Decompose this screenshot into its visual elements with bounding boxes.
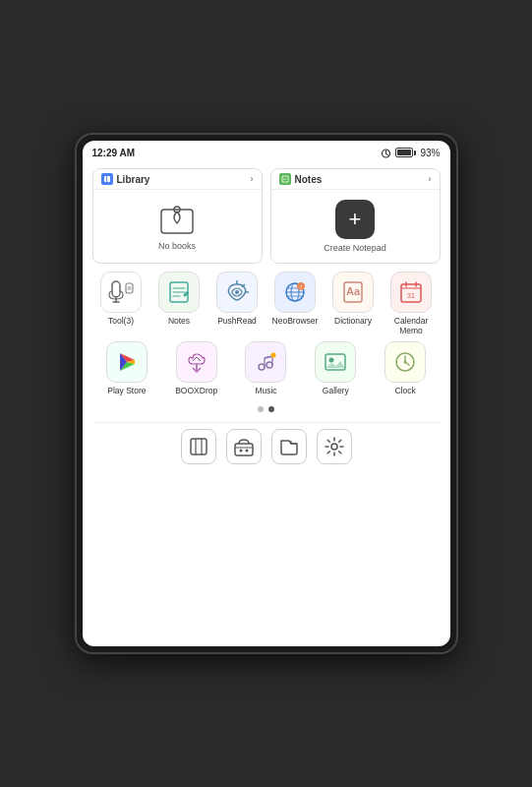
svg-rect-8 [126, 283, 133, 293]
status-bar: 12:29 AM 93% [83, 141, 450, 162]
svg-point-50 [245, 449, 248, 452]
status-time: 12:29 AM [92, 148, 136, 158]
svg-rect-44 [191, 439, 207, 454]
svg-rect-47 [235, 444, 253, 455]
app-item-tool[interactable]: Tool(3) [93, 272, 148, 326]
battery-percent: 93% [420, 148, 440, 158]
svg-point-43 [404, 361, 407, 364]
library-chevron: › [251, 174, 254, 184]
screen: 12:29 AM 93% [83, 141, 450, 646]
app-item-neobrowser[interactable]: ! NeoBrowser [267, 272, 323, 326]
playstore-icon [106, 341, 148, 383]
notes-app-label: Notes [168, 316, 190, 326]
notes-widget-header: Notes › [271, 169, 440, 190]
widget-row: Library › No books [92, 168, 441, 264]
library-widget[interactable]: Library › No books [92, 168, 263, 264]
create-notepad-button[interactable]: + [335, 200, 375, 239]
main-content: Library › No books [83, 162, 450, 646]
neobrowser-label: NeoBrowser [272, 316, 319, 326]
clock-label: Clock [394, 386, 415, 395]
pushread-icon [216, 272, 258, 313]
device-frame: 12:29 AM 93% [75, 133, 458, 654]
app-item-calendar[interactable]: 31 Calendar Memo [384, 272, 439, 335]
bottom-dock [92, 422, 441, 472]
gallery-label: Gallery [323, 386, 349, 395]
svg-point-15 [235, 290, 239, 294]
svg-point-53 [331, 444, 337, 450]
neobrowser-icon: ! [274, 272, 316, 313]
svg-line-2 [386, 153, 388, 154]
page-dot-1 [258, 406, 264, 412]
dock-library-button[interactable] [181, 429, 216, 464]
app-item-gallery[interactable]: Gallery [308, 341, 363, 395]
app-item-playstore[interactable]: Play Store [99, 341, 154, 395]
app-item-notes[interactable]: Notes [151, 272, 207, 326]
svg-rect-4 [106, 176, 107, 182]
app-item-music[interactable]: Music [238, 341, 293, 395]
calendar-icon: 31 [390, 272, 432, 313]
svg-point-34 [259, 364, 265, 370]
app-grid: Tool(3) Notes [92, 272, 441, 396]
svg-point-37 [271, 353, 276, 358]
dock-files-button[interactable] [271, 429, 307, 464]
svg-point-39 [329, 358, 334, 363]
notes-chevron: › [429, 174, 432, 184]
library-widget-header: Library › [93, 169, 262, 190]
dock-settings-button[interactable] [317, 429, 352, 464]
notes-app-icon [158, 272, 200, 313]
notes-widget[interactable]: Notes › + Create Notepad [270, 168, 441, 264]
svg-text:Aa: Aa [346, 285, 361, 297]
page-indicators [92, 404, 441, 414]
alarm-icon [381, 148, 391, 158]
calendar-label: Calendar Memo [394, 316, 429, 335]
tool-label: Tool(3) [108, 316, 134, 326]
playstore-label: Play Store [107, 386, 146, 395]
tool-icon [100, 272, 142, 313]
dictionary-icon: Aa [332, 272, 374, 313]
svg-rect-7 [112, 281, 120, 297]
music-label: Music [255, 386, 276, 395]
library-title: Library [117, 174, 150, 185]
svg-rect-3 [104, 176, 110, 182]
svg-text:31: 31 [407, 292, 415, 299]
no-books-icon [155, 202, 199, 237]
dictionary-label: Dictionary [334, 316, 372, 326]
status-right: 93% [381, 148, 440, 158]
page-dot-2 [268, 406, 274, 412]
battery-icon [395, 148, 416, 157]
svg-line-36 [265, 356, 272, 358]
booxdrop-label: BOOXDrop [175, 386, 217, 395]
booxdrop-icon [176, 341, 217, 383]
library-icon [101, 173, 113, 185]
dock-store-button[interactable] [226, 429, 262, 464]
app-row-1: Tool(3) Notes [92, 272, 441, 335]
no-books-label: No books [158, 241, 196, 251]
create-notepad-label: Create Notepad [324, 243, 386, 253]
clock-icon [384, 341, 426, 383]
app-item-booxdrop[interactable]: BOOXDrop [169, 341, 224, 395]
app-item-pushread[interactable]: PushRead [209, 272, 265, 326]
app-item-clock[interactable]: Clock [378, 341, 433, 395]
svg-point-35 [266, 362, 272, 368]
app-row-2: Play Store BOOXDrop [92, 341, 441, 395]
notes-body[interactable]: + Create Notepad [271, 190, 440, 263]
music-icon [245, 341, 286, 383]
pushread-label: PushRead [217, 316, 257, 326]
gallery-icon [315, 341, 356, 383]
app-item-dictionary[interactable]: Aa Dictionary [325, 272, 381, 326]
notes-title: Notes [295, 174, 323, 185]
svg-point-49 [239, 449, 242, 452]
notes-icon [279, 173, 291, 185]
library-body: No books [93, 190, 262, 263]
